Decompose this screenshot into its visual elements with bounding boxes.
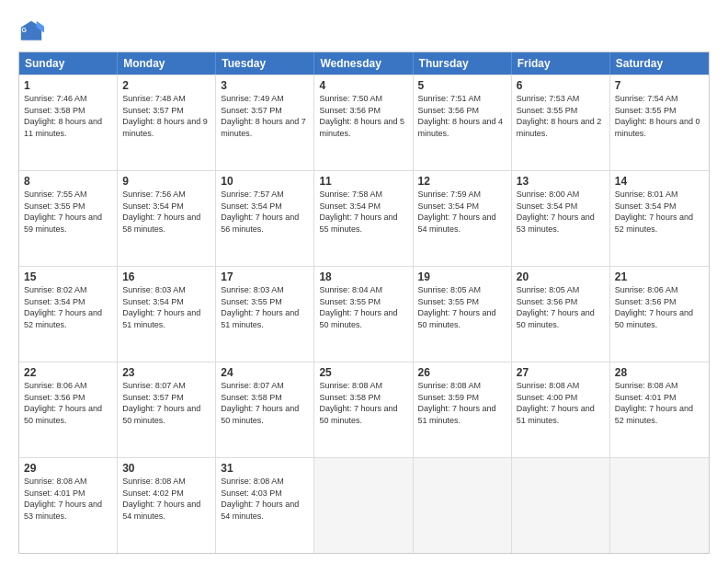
day-number: 1	[24, 79, 112, 92]
cell-info: Sunrise: 7:57 AMSunset: 3:54 PMDaylight:…	[221, 189, 309, 235]
day-number: 14	[615, 175, 704, 188]
calendar-cell: 24Sunrise: 8:07 AMSunset: 3:58 PMDayligh…	[216, 362, 314, 457]
calendar-cell: 22Sunrise: 8:06 AMSunset: 3:56 PMDayligh…	[19, 362, 118, 457]
cell-info: Sunrise: 8:03 AMSunset: 3:54 PMDaylight:…	[122, 284, 210, 330]
calendar: SundayMondayTuesdayWednesdayThursdayFrid…	[18, 52, 710, 554]
cell-info: Sunrise: 7:58 AMSunset: 3:54 PMDaylight:…	[319, 189, 407, 235]
cell-info: Sunrise: 8:05 AMSunset: 3:55 PMDaylight:…	[418, 284, 506, 330]
cell-info: Sunrise: 8:06 AMSunset: 3:56 PMDaylight:…	[615, 284, 704, 330]
cell-info: Sunrise: 7:59 AMSunset: 3:54 PMDaylight:…	[418, 189, 506, 235]
calendar-cell: 20Sunrise: 8:05 AMSunset: 3:56 PMDayligh…	[512, 267, 610, 362]
calendar-body: 1Sunrise: 7:46 AMSunset: 3:58 PMDaylight…	[19, 75, 709, 553]
day-number: 6	[517, 79, 605, 92]
calendar-cell: 11Sunrise: 7:58 AMSunset: 3:54 PMDayligh…	[314, 171, 413, 266]
day-number: 15	[24, 270, 112, 283]
calendar-cell: 8Sunrise: 7:55 AMSunset: 3:55 PMDaylight…	[19, 171, 118, 266]
day-number: 11	[319, 175, 407, 188]
calendar-week-2: 8Sunrise: 7:55 AMSunset: 3:55 PMDaylight…	[19, 170, 709, 266]
calendar-cell: 30Sunrise: 8:08 AMSunset: 4:02 PMDayligh…	[118, 458, 216, 553]
cell-info: Sunrise: 7:50 AMSunset: 3:56 PMDaylight:…	[319, 93, 407, 139]
calendar-cell: 26Sunrise: 8:08 AMSunset: 3:59 PMDayligh…	[414, 362, 512, 457]
day-number: 23	[122, 366, 210, 379]
calendar-cell: 31Sunrise: 8:08 AMSunset: 4:03 PMDayligh…	[216, 458, 314, 553]
calendar-header: SundayMondayTuesdayWednesdayThursdayFrid…	[19, 52, 709, 75]
day-number: 4	[319, 79, 407, 92]
day-number: 8	[24, 175, 112, 188]
logo: G	[18, 18, 48, 44]
day-number: 12	[418, 175, 506, 188]
day-number: 24	[221, 366, 309, 379]
day-number: 25	[319, 366, 407, 379]
calendar-cell: 27Sunrise: 8:08 AMSunset: 4:00 PMDayligh…	[512, 362, 610, 457]
calendar-cell	[512, 458, 610, 553]
cell-info: Sunrise: 8:05 AMSunset: 3:56 PMDaylight:…	[517, 284, 605, 330]
cell-info: Sunrise: 8:08 AMSunset: 3:59 PMDaylight:…	[418, 380, 506, 426]
calendar-cell: 19Sunrise: 8:05 AMSunset: 3:55 PMDayligh…	[414, 267, 512, 362]
day-number: 28	[615, 366, 704, 379]
calendar-week-4: 22Sunrise: 8:06 AMSunset: 3:56 PMDayligh…	[19, 362, 709, 457]
calendar-cell: 1Sunrise: 7:46 AMSunset: 3:58 PMDaylight…	[19, 75, 118, 170]
cell-info: Sunrise: 8:04 AMSunset: 3:55 PMDaylight:…	[319, 284, 407, 330]
calendar-week-5: 29Sunrise: 8:08 AMSunset: 4:01 PMDayligh…	[19, 457, 709, 553]
day-number: 26	[418, 366, 506, 379]
calendar-cell: 12Sunrise: 7:59 AMSunset: 3:54 PMDayligh…	[414, 171, 512, 266]
calendar-cell	[314, 458, 413, 553]
cell-info: Sunrise: 8:08 AMSunset: 4:03 PMDaylight:…	[221, 476, 309, 522]
cell-info: Sunrise: 8:01 AMSunset: 3:54 PMDaylight:…	[615, 189, 704, 235]
day-number: 20	[517, 270, 605, 283]
day-number: 3	[221, 79, 309, 92]
calendar-cell: 13Sunrise: 8:00 AMSunset: 3:54 PMDayligh…	[512, 171, 610, 266]
header-day-monday: Monday	[118, 52, 216, 75]
day-number: 31	[221, 462, 309, 475]
calendar-cell: 6Sunrise: 7:53 AMSunset: 3:55 PMDaylight…	[512, 75, 610, 170]
calendar-cell: 21Sunrise: 8:06 AMSunset: 3:56 PMDayligh…	[610, 267, 709, 362]
calendar-cell: 23Sunrise: 8:07 AMSunset: 3:57 PMDayligh…	[118, 362, 216, 457]
header-day-thursday: Thursday	[414, 52, 512, 75]
header-day-tuesday: Tuesday	[216, 52, 314, 75]
calendar-cell: 16Sunrise: 8:03 AMSunset: 3:54 PMDayligh…	[118, 267, 216, 362]
calendar-cell: 10Sunrise: 7:57 AMSunset: 3:54 PMDayligh…	[216, 171, 314, 266]
cell-info: Sunrise: 7:56 AMSunset: 3:54 PMDaylight:…	[122, 189, 210, 235]
calendar-week-3: 15Sunrise: 8:02 AMSunset: 3:54 PMDayligh…	[19, 266, 709, 362]
calendar-cell	[414, 458, 512, 553]
calendar-cell: 14Sunrise: 8:01 AMSunset: 3:54 PMDayligh…	[610, 171, 709, 266]
cell-info: Sunrise: 7:48 AMSunset: 3:57 PMDaylight:…	[122, 93, 210, 139]
day-number: 2	[122, 79, 210, 92]
day-number: 13	[517, 175, 605, 188]
cell-info: Sunrise: 8:07 AMSunset: 3:57 PMDaylight:…	[122, 380, 210, 426]
calendar-cell: 25Sunrise: 8:08 AMSunset: 3:58 PMDayligh…	[314, 362, 413, 457]
day-number: 30	[122, 462, 210, 475]
calendar-cell: 4Sunrise: 7:50 AMSunset: 3:56 PMDaylight…	[314, 75, 413, 170]
cell-info: Sunrise: 8:08 AMSunset: 3:58 PMDaylight:…	[319, 380, 407, 426]
cell-info: Sunrise: 8:08 AMSunset: 4:01 PMDaylight:…	[615, 380, 704, 426]
cell-info: Sunrise: 8:08 AMSunset: 4:01 PMDaylight:…	[24, 476, 112, 522]
calendar-cell: 15Sunrise: 8:02 AMSunset: 3:54 PMDayligh…	[19, 267, 118, 362]
day-number: 10	[221, 175, 309, 188]
calendar-cell: 3Sunrise: 7:49 AMSunset: 3:57 PMDaylight…	[216, 75, 314, 170]
calendar-cell: 17Sunrise: 8:03 AMSunset: 3:55 PMDayligh…	[216, 267, 314, 362]
calendar-cell	[610, 458, 709, 553]
cell-info: Sunrise: 7:55 AMSunset: 3:55 PMDaylight:…	[24, 189, 112, 235]
day-number: 17	[221, 270, 309, 283]
cell-info: Sunrise: 7:49 AMSunset: 3:57 PMDaylight:…	[221, 93, 309, 139]
day-number: 27	[517, 366, 605, 379]
calendar-cell: 18Sunrise: 8:04 AMSunset: 3:55 PMDayligh…	[314, 267, 413, 362]
cell-info: Sunrise: 8:08 AMSunset: 4:00 PMDaylight:…	[517, 380, 605, 426]
cell-info: Sunrise: 8:03 AMSunset: 3:55 PMDaylight:…	[221, 284, 309, 330]
day-number: 7	[615, 79, 704, 92]
cell-info: Sunrise: 7:54 AMSunset: 3:55 PMDaylight:…	[615, 93, 704, 139]
day-number: 22	[24, 366, 112, 379]
page: G SundayMondayTuesdayWednesdayThursdayFr…	[0, 0, 728, 563]
cell-info: Sunrise: 8:06 AMSunset: 3:56 PMDaylight:…	[24, 380, 112, 426]
day-number: 29	[24, 462, 112, 475]
cell-info: Sunrise: 8:07 AMSunset: 3:58 PMDaylight:…	[221, 380, 309, 426]
header-day-saturday: Saturday	[610, 52, 709, 75]
day-number: 19	[418, 270, 506, 283]
header: G	[18, 15, 710, 44]
cell-info: Sunrise: 8:00 AMSunset: 3:54 PMDaylight:…	[517, 189, 605, 235]
svg-text:G: G	[22, 27, 28, 33]
cell-info: Sunrise: 8:08 AMSunset: 4:02 PMDaylight:…	[122, 476, 210, 522]
calendar-cell: 2Sunrise: 7:48 AMSunset: 3:57 PMDaylight…	[118, 75, 216, 170]
cell-info: Sunrise: 7:46 AMSunset: 3:58 PMDaylight:…	[24, 93, 112, 139]
calendar-cell: 5Sunrise: 7:51 AMSunset: 3:56 PMDaylight…	[414, 75, 512, 170]
